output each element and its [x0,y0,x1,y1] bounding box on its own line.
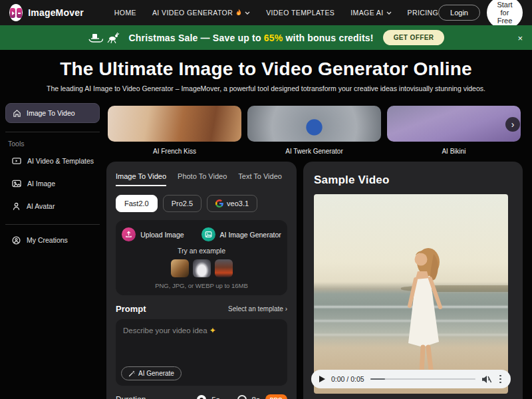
page-title: The Ultimate Image to Video Generator On… [0,59,532,80]
google-g-icon [215,200,223,207]
sidebar-divider [5,132,100,132]
prompt-header: Prompt Select an template › [116,304,287,314]
duration-label: Duration [116,395,146,399]
select-template-link[interactable]: Select an template › [228,305,287,313]
banner-icons [88,32,120,43]
nav-item-image-ai[interactable]: IMAGE AI [350,9,391,17]
hero-section: The Ultimate Image to Video Generator On… [0,50,532,92]
creations-icon [12,236,21,245]
video-icon [12,157,21,165]
sidebar-item-ai-image[interactable]: AI Image [12,174,100,193]
top-nav-bar: ImageMover HOME AI VIDEO GENERATOR VIDEO… [0,0,532,25]
bride-example-thumb[interactable] [193,259,211,277]
main-nav: HOME AI VIDEO GENERATOR VIDEO TEMPLATES … [114,9,438,17]
get-offer-button[interactable]: GET OFFER [383,30,445,45]
home-icon [13,109,21,118]
muted-volume-icon[interactable] [481,375,492,384]
upload-image-button[interactable]: Upload Image [122,227,184,241]
woman-on-beach-figure [394,242,455,382]
ai-generate-button[interactable]: AI Generate [121,366,182,380]
duration-5s-label: 5s [211,396,219,399]
chevron-down-icon [245,11,250,15]
model-pro25-button[interactable]: Pro2.5 [163,195,201,212]
upload-icon [122,227,136,241]
play-icon[interactable] [319,376,325,382]
upload-options: Upload Image AI Image Generator [121,227,282,241]
nav-item-video-templates[interactable]: VIDEO TEMPLATES [266,9,334,17]
login-button[interactable]: Login [438,5,480,21]
start-for-free-button[interactable]: Start for Free [487,0,523,29]
tab-text-to-video[interactable]: Text To Video [238,172,282,186]
tab-photo-to-video[interactable]: Photo To Video [178,172,227,186]
eagle-example-thumb[interactable] [171,259,189,277]
model-fast20-button[interactable]: Fast2.0 [116,195,158,212]
sidebar-item-label: AI Avatar [27,202,55,210]
sample-video-panel: Sample Video 0:00 / 0:05 [303,162,523,399]
duration-options: 5s 8s PRO [197,394,287,399]
template-label: AI Bikini [387,148,521,155]
ai-generate-label: AI Generate [138,370,174,377]
duration-5s-radio[interactable] [197,395,206,399]
nav-item-ai-video-generator[interactable]: AI VIDEO GENERATOR [152,9,250,17]
carousel-labels: AI French Kiss AI Twerk Generator AI Bik… [108,148,521,155]
sleigh-icon [88,32,104,43]
avatar-icon [12,202,21,211]
close-banner-icon[interactable]: × [517,33,523,43]
example-thumbnails [121,259,282,277]
ai-image-generator-label: AI Image Generator [220,231,281,239]
sidebar: Image To Video Tools AI Video & Template… [5,103,100,250]
sample-video-title: Sample Video [314,174,512,187]
magic-wand-icon [128,370,135,377]
sidebar-item-image-to-video[interactable]: Image To Video [5,103,100,123]
fire-icon [235,9,242,17]
model-label: Fast2.0 [124,200,149,207]
select-template-text: Select an template [228,305,283,313]
carousel-next-icon[interactable]: › [505,117,520,132]
nav-item-home[interactable]: HOME [114,9,136,17]
template-label: AI French Kiss [108,148,241,155]
sidebar-item-my-creations[interactable]: My Creations [12,230,100,250]
nav-label: VIDEO TEMPLATES [266,9,334,17]
duration-8s-radio[interactable] [237,395,247,399]
sidebar-item-ai-video-templates[interactable]: AI Video & Templates [12,152,100,170]
video-progress-bar[interactable] [370,378,476,380]
page: ImageMover HOME AI VIDEO GENERATOR VIDEO… [0,0,532,399]
nav-item-pricing[interactable]: PRICING [408,9,439,17]
generator-panel: Image To Video Photo To Video Text To Vi… [106,162,297,399]
file-format-hint: PNG, JPG, or WEBP up to 16MB [121,282,282,289]
template-carousel: AI French Kiss AI Twerk Generator AI Bik… [108,106,521,155]
model-veo31-button[interactable]: veo3.1 [207,195,257,212]
sidebar-item-label: AI Video & Templates [27,157,94,165]
tools-section-label: Tools [8,140,100,148]
chevron-right-icon: › [285,305,287,313]
generator-tabs: Image To Video Photo To Video Text To Vi… [116,172,287,186]
banner-text-before: Christmas Sale — Save up to [129,33,264,43]
sidebar-item-ai-avatar[interactable]: AI Avatar [12,197,100,215]
template-card-ai-french-kiss[interactable] [108,106,241,142]
upload-image-label: Upload Image [140,231,184,239]
ai-image-generator-button[interactable]: AI Image Generator [201,227,281,241]
model-selector: Fast2.0 Pro2.5 veo3.1 [116,195,287,212]
nav-label: HOME [114,9,136,17]
prompt-label: Prompt [116,304,146,314]
carousel-cards [108,106,521,142]
template-card-ai-bikini[interactable] [387,106,521,142]
try-example-label: Try an example [121,247,282,255]
video-time: 0:00 / 0:05 [331,375,364,383]
upload-dropzone[interactable]: Upload Image AI Image Generator Try an e… [116,220,287,295]
sample-video-frame[interactable] [314,194,508,394]
banner-text-after: with bonus credits! [283,33,373,43]
video-controls-bar: 0:00 / 0:05 [311,370,511,388]
volcano-example-thumb[interactable] [215,259,233,277]
tab-image-to-video[interactable]: Image To Video [116,172,166,186]
imagemover-logo-icon[interactable] [9,4,23,21]
duration-8s-label: 8s [252,396,260,399]
brand-name[interactable]: ImageMover [28,7,84,18]
template-card-ai-twerk-generator[interactable] [247,106,381,142]
reindeer-icon [106,32,120,43]
page-subtitle: The leading AI Image to Video Generator … [0,84,532,92]
pro-badge: PRO [265,394,287,399]
more-options-icon[interactable] [498,374,503,385]
image-generator-icon [201,227,215,241]
sidebar-item-label: My Creations [27,236,68,244]
